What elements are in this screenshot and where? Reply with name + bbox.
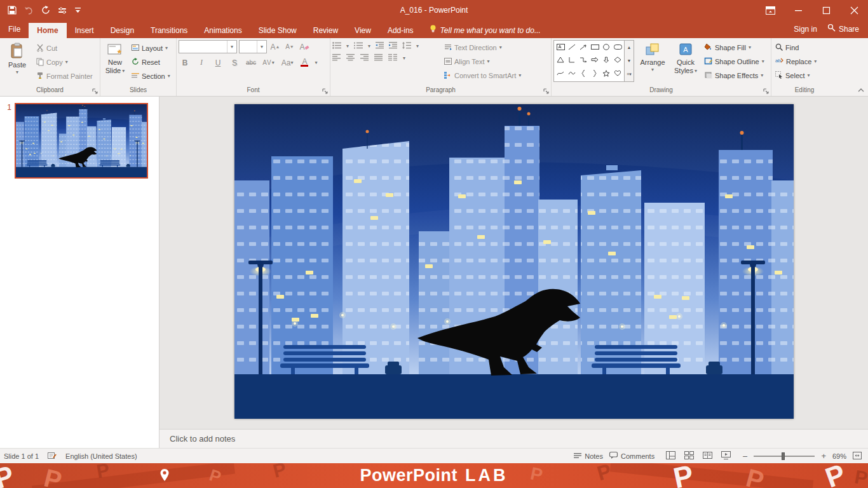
align-right-button[interactable] (360, 54, 369, 62)
font-color-caret[interactable]: ▾ (315, 60, 317, 65)
redo-icon[interactable] (41, 6, 50, 15)
tab-design[interactable]: Design (102, 23, 142, 38)
shape-text-box-icon[interactable] (557, 44, 565, 51)
shrink-font-button[interactable]: A▼ (283, 40, 296, 53)
underline-button[interactable]: U (212, 56, 224, 69)
change-case-button[interactable]: Aa▾ (280, 56, 295, 69)
tell-me-box[interactable]: Tell me what you want to do... (422, 23, 548, 38)
bold-button[interactable]: B (179, 56, 191, 69)
decrease-indent-button[interactable] (376, 42, 384, 50)
zoom-out-button[interactable]: − (742, 451, 747, 461)
tab-view[interactable]: View (346, 23, 379, 38)
numbering-button[interactable] (354, 42, 363, 50)
layout-button[interactable]: Layout▾ (130, 41, 172, 55)
shape-block-arrow-right-icon[interactable] (591, 57, 599, 64)
justify-button[interactable] (374, 54, 383, 62)
shapes-more-icon[interactable]: ≡▾ (625, 68, 634, 81)
shape-diamond-icon[interactable] (614, 57, 621, 64)
shape-rounded-rectangle-icon[interactable] (614, 44, 622, 51)
increase-indent-button[interactable] (389, 42, 397, 50)
language-status[interactable]: English (United States) (65, 452, 137, 460)
arrange-button[interactable]: Arrange ▾ (636, 40, 669, 85)
shape-heart-icon[interactable] (614, 70, 621, 78)
tab-add-ins[interactable]: Add-ins (379, 23, 422, 38)
convert-to-smartart-button[interactable]: Convert to SmartArt▾ (442, 69, 523, 83)
quick-styles-button[interactable]: A Quick Styles▾ (671, 40, 700, 85)
tab-insert[interactable]: Insert (67, 23, 102, 38)
shape-line-icon[interactable] (568, 44, 576, 51)
paragraph-dialog-launcher-icon[interactable] (542, 87, 550, 95)
font-dialog-launcher-icon[interactable] (321, 87, 329, 95)
copy-button[interactable]: Copy ▾ (34, 55, 95, 69)
text-direction-button[interactable]: Text Direction▾ (442, 41, 523, 55)
cut-button[interactable]: Cut (34, 41, 95, 55)
shapes-scroll-down-icon[interactable]: ▼ (625, 54, 634, 67)
sign-in-link[interactable]: Sign in (794, 20, 817, 38)
share-button[interactable]: Share (827, 20, 859, 38)
italic-button[interactable]: I (195, 56, 208, 69)
undo-icon[interactable] (24, 6, 34, 15)
tab-file[interactable]: File (0, 20, 29, 38)
shape-oval-icon[interactable] (602, 44, 610, 51)
comments-toggle-button[interactable]: Comments (609, 452, 654, 460)
shape-rectangle-icon[interactable] (591, 44, 599, 51)
shape-effects-button[interactable]: Shape Effects▾ (702, 69, 766, 83)
select-button[interactable]: Select▾ (773, 69, 818, 83)
save-icon[interactable] (8, 6, 17, 15)
clear-formatting-button[interactable]: A (298, 40, 311, 53)
find-button[interactable]: Find (773, 41, 818, 55)
shape-fill-button[interactable]: Shape Fill▾ (702, 41, 766, 55)
drawing-dialog-launcher-icon[interactable] (762, 87, 770, 95)
tab-home[interactable]: Home (29, 23, 66, 38)
shape-freeform-icon[interactable] (557, 70, 564, 78)
tab-review[interactable]: Review (305, 23, 346, 38)
tab-animations[interactable]: Animations (196, 23, 250, 38)
format-painter-button[interactable]: Format Painter (34, 69, 95, 83)
notes-pane[interactable]: Click to add notes (159, 429, 868, 448)
font-size-dropdown-icon[interactable]: ▾ (257, 41, 266, 53)
character-spacing-button[interactable]: AV▾ (261, 56, 276, 69)
reset-button[interactable]: Reset (130, 55, 172, 69)
shape-right-angle-icon[interactable] (568, 57, 576, 64)
shape-star-icon[interactable] (602, 70, 610, 78)
shape-curve-icon[interactable] (568, 70, 576, 78)
zoom-slider-thumb[interactable] (782, 452, 785, 460)
shapes-gallery[interactable] (553, 40, 625, 82)
paste-button[interactable]: Paste ▾ (2, 40, 32, 85)
tab-transitions[interactable]: Transitions (142, 23, 196, 38)
line-spacing-button[interactable] (402, 42, 411, 50)
shape-outline-button[interactable]: Shape Outline▾ (702, 55, 766, 69)
reading-view-button[interactable] (703, 451, 712, 461)
slide-editing-surface[interactable] (234, 104, 794, 419)
proofing-status-icon[interactable] (48, 452, 57, 461)
zoom-in-button[interactable]: + (821, 451, 826, 461)
slide-1-thumbnail[interactable] (15, 103, 148, 179)
align-text-button[interactable]: Align Text▾ (442, 55, 523, 69)
grow-font-button[interactable]: A▲ (269, 40, 281, 53)
collapse-ribbon-button[interactable] (858, 86, 864, 93)
zoom-slider[interactable] (754, 452, 815, 461)
shape-left-brace-icon[interactable] (581, 70, 586, 78)
shape-arrow-icon[interactable] (580, 44, 587, 51)
font-color-button[interactable]: A (298, 56, 311, 69)
shape-right-brace-icon[interactable] (592, 70, 597, 78)
section-button[interactable]: Section▾ (130, 69, 172, 83)
ribbon-display-options-icon[interactable] (756, 0, 784, 20)
slide-show-view-button[interactable] (721, 451, 731, 461)
normal-view-button[interactable] (666, 451, 675, 461)
maximize-button[interactable] (812, 0, 840, 20)
text-shadow-button[interactable]: S (228, 56, 241, 69)
zoom-percentage[interactable]: 69% (832, 452, 846, 460)
align-center-button[interactable] (346, 54, 355, 62)
bullets-button[interactable] (332, 42, 341, 50)
new-slide-button[interactable]: New Slide▾ (102, 40, 128, 85)
shape-triangle-icon[interactable] (557, 57, 564, 64)
align-left-button[interactable] (332, 54, 341, 62)
columns-button[interactable] (388, 54, 397, 62)
font-size-combobox[interactable]: ▾ (239, 40, 267, 53)
slide-sorter-view-button[interactable] (684, 451, 694, 461)
touch-mode-icon[interactable] (58, 6, 67, 15)
shape-block-arrow-down-icon[interactable] (603, 57, 609, 64)
font-name-combobox[interactable]: ▾ (179, 40, 237, 53)
replace-button[interactable]: ab Replace▾ (773, 55, 818, 69)
